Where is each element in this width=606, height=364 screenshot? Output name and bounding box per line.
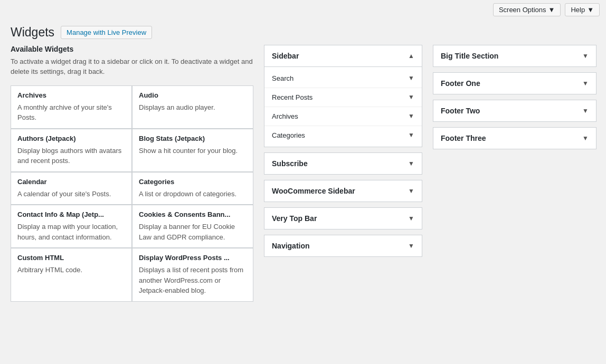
sidebar-widget-row-name: Categories	[272, 131, 305, 139]
screen-options-label: Screen Options	[499, 6, 546, 14]
right-sidebar-panel-title: Footer Three	[441, 134, 486, 142]
sidebar-panel: Sidebar ▲ Search ▼ Recent Posts ▼ Archiv…	[264, 45, 422, 147]
right-sidebar-panel: Footer One ▼	[433, 72, 596, 94]
extra-sidebar-panel-title: Navigation	[272, 242, 310, 250]
widget-item[interactable]: Cookies & Consents Bann... Display a ban…	[132, 205, 253, 248]
widget-name: Audio	[139, 91, 247, 99]
right-sidebar-panel-header[interactable]: Big Title Section ▼	[433, 45, 596, 66]
sidebar-panel-header[interactable]: Sidebar ▲	[264, 45, 422, 66]
widget-desc: A monthly archive of your site's Posts.	[17, 102, 125, 123]
screen-options-chevron: ▼	[548, 6, 555, 14]
right-sidebar-panel: Big Title Section ▼	[433, 45, 596, 67]
manage-preview-button[interactable]: Manage with Live Preview	[61, 26, 152, 39]
screen-options-button[interactable]: Screen Options ▼	[493, 3, 561, 16]
widget-item[interactable]: Custom HTML Arbitrary HTML code.	[11, 248, 132, 302]
widget-desc: Show a hit counter for your blog.	[139, 146, 247, 156]
widget-item[interactable]: Contact Info & Map (Jetp... Display a ma…	[11, 205, 132, 248]
widget-name: Authors (Jetpack)	[17, 135, 125, 142]
extra-sidebar-chevron: ▼	[408, 242, 414, 250]
widget-name: Custom HTML	[17, 254, 125, 262]
right-sidebar-panel-header[interactable]: Footer Three ▼	[433, 128, 596, 149]
right-sidebar-panel: Footer Two ▼	[433, 100, 596, 122]
widget-desc: Arbitrary HTML code.	[17, 265, 125, 275]
available-widgets-panel: Available Widgets To activate a widget d…	[11, 45, 253, 302]
sidebar-widget-list: Search ▼ Recent Posts ▼ Archives ▼ Categ…	[264, 66, 422, 147]
sidebar-widget-chevron: ▼	[408, 131, 414, 139]
sidebar-widget-row-name: Archives	[272, 112, 298, 120]
widget-desc: Displays an audio player.	[139, 102, 247, 113]
extra-sidebar-panel-header[interactable]: Subscribe ▼	[264, 153, 422, 174]
help-button[interactable]: Help ▼	[565, 3, 600, 16]
extra-panels: Subscribe ▼ WooCommerce Sidebar ▼ Very T…	[264, 152, 422, 257]
widget-name: Categories	[139, 178, 247, 186]
extra-sidebar-panel-header[interactable]: WooCommerce Sidebar ▼	[264, 180, 422, 202]
widget-desc: Displays a list of recent posts from ano…	[139, 265, 247, 296]
sidebar-widget-row[interactable]: Search ▼	[264, 69, 422, 88]
sidebar-widget-row[interactable]: Categories ▼	[264, 126, 422, 145]
widget-item[interactable]: Categories A list or dropdown of categor…	[132, 172, 253, 205]
sidebar-widget-row-name: Recent Posts	[272, 93, 313, 101]
widget-item[interactable]: Display WordPress Posts ... Displays a l…	[132, 248, 253, 302]
top-bar: Screen Options ▼ Help ▼	[0, 0, 606, 20]
right-sidebar-panel: Footer Three ▼	[433, 127, 596, 149]
widget-grid: Archives A monthly archive of your site'…	[11, 85, 253, 302]
sidebar-chevron-up: ▲	[408, 52, 414, 60]
extra-sidebar-panel-header[interactable]: Very Top Bar ▼	[264, 208, 422, 229]
help-chevron: ▼	[587, 6, 594, 14]
widget-item[interactable]: Blog Stats (Jetpack) Show a hit counter …	[132, 129, 253, 172]
right-sidebar-panel-header[interactable]: Footer Two ▼	[433, 100, 596, 121]
extra-sidebar-panel-header[interactable]: Navigation ▼	[264, 235, 422, 256]
right-sidebar-panel-title: Footer Two	[441, 107, 480, 115]
widget-name: Display WordPress Posts ...	[139, 254, 247, 262]
widget-desc: Display blogs authors with avatars and r…	[17, 146, 125, 166]
right-sidebar-chevron: ▼	[582, 135, 589, 142]
extra-sidebar-panel-title: Very Top Bar	[272, 214, 317, 223]
widget-item[interactable]: Archives A monthly archive of your site'…	[11, 85, 132, 129]
right-sidebar-panel-header[interactable]: Footer One ▼	[433, 73, 596, 94]
widget-name: Contact Info & Map (Jetp...	[17, 210, 125, 218]
extra-sidebar-panel-title: WooCommerce Sidebar	[272, 187, 355, 195]
widget-desc: A list or dropdown of categories.	[139, 189, 247, 199]
widget-name: Cookies & Consents Bann...	[139, 210, 247, 218]
widget-name: Blog Stats (Jetpack)	[139, 135, 247, 142]
sidebar-widget-row[interactable]: Archives ▼	[264, 107, 422, 126]
extra-sidebar-chevron: ▼	[408, 187, 414, 195]
available-widgets-title: Available Widgets	[11, 45, 253, 53]
widget-name: Calendar	[17, 178, 125, 186]
widget-item[interactable]: Calendar A calendar of your site's Posts…	[11, 172, 132, 205]
widget-item[interactable]: Authors (Jetpack) Display blogs authors …	[11, 129, 132, 172]
extra-sidebar-panel: Very Top Bar ▼	[264, 207, 422, 229]
sidebar-panel-title: Sidebar	[272, 52, 299, 60]
page-title: Widgets	[11, 25, 54, 41]
sidebar-widget-chevron: ▼	[408, 112, 414, 120]
sidebars-column: Sidebar ▲ Search ▼ Recent Posts ▼ Archiv…	[264, 45, 422, 302]
help-label: Help	[571, 6, 585, 14]
right-sidebar-chevron: ▼	[582, 80, 589, 87]
widget-desc: A calendar of your site's Posts.	[17, 189, 125, 199]
right-sidebar-chevron: ▼	[582, 107, 589, 114]
sidebar-widget-chevron: ▼	[408, 74, 414, 82]
widget-desc: Display a banner for EU Cookie Law and G…	[139, 222, 247, 242]
right-sidebar-panel-title: Big Title Section	[441, 52, 498, 60]
page-header: Widgets Manage with Live Preview	[0, 20, 606, 45]
extra-sidebar-panel: WooCommerce Sidebar ▼	[264, 180, 422, 202]
right-sidebar-chevron: ▼	[582, 52, 589, 60]
main-content: Available Widgets To activate a widget d…	[0, 45, 606, 302]
extra-sidebar-panel-title: Subscribe	[272, 159, 308, 168]
extra-sidebar-panel: Navigation ▼	[264, 235, 422, 257]
right-sidebar-panel-title: Footer One	[441, 79, 480, 88]
right-sidebars-column: Big Title Section ▼ Footer One ▼ Footer …	[433, 45, 596, 302]
sidebar-widget-row-name: Search	[272, 74, 293, 82]
extra-sidebar-chevron: ▼	[408, 160, 414, 167]
widget-name: Archives	[17, 91, 125, 99]
sidebar-widget-row[interactable]: Recent Posts ▼	[264, 88, 422, 107]
widget-item[interactable]: Audio Displays an audio player.	[132, 85, 253, 129]
sidebar-widget-chevron: ▼	[408, 93, 414, 101]
widget-desc: Display a map with your location, hours,…	[17, 222, 125, 242]
available-widgets-description: To activate a widget drag it to a sideba…	[11, 56, 253, 77]
extra-sidebar-panel: Subscribe ▼	[264, 152, 422, 175]
extra-sidebar-chevron: ▼	[408, 215, 414, 222]
